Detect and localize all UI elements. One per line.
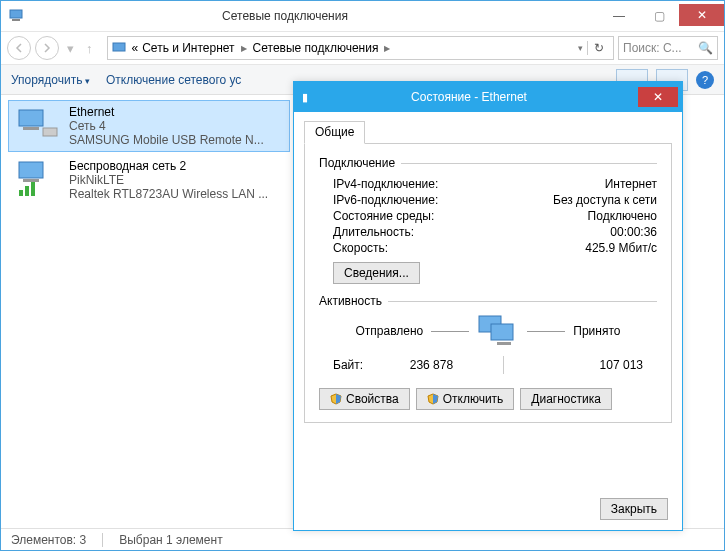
organize-menu[interactable]: Упорядочить	[11, 73, 90, 87]
selection-label: Выбран 1 элемент	[119, 533, 222, 547]
wireless-adapter-icon	[13, 159, 61, 199]
connection-name: Ethernet	[69, 105, 264, 119]
group-activity: Активность Отправлено Принято Байт: 236 …	[319, 294, 657, 376]
media-state-label: Состояние среды:	[333, 209, 434, 223]
status-bar: Элементов: 3 Выбран 1 элемент	[1, 528, 724, 550]
breadcrumb-item[interactable]: Сетевые подключения	[253, 41, 379, 55]
search-input[interactable]: Поиск: С... 🔍	[618, 36, 718, 60]
group-activity-title: Активность	[319, 294, 382, 308]
svg-rect-5	[43, 128, 57, 136]
dropdown-icon[interactable]: ▾	[578, 43, 583, 53]
address-bar[interactable]: « Сеть и Интернет ▶ Сетевые подключения …	[107, 36, 615, 60]
help-button[interactable]: ?	[696, 71, 714, 89]
ipv4-label: IPv4-подключение:	[333, 177, 438, 191]
svg-rect-1	[12, 19, 20, 21]
properties-button[interactable]: Свойства	[319, 388, 410, 410]
breadcrumb-item[interactable]: Сеть и Интернет	[142, 41, 234, 55]
svg-rect-3	[19, 110, 43, 126]
bytes-sent-value: 236 878	[363, 358, 453, 372]
activity-monitor-icon	[477, 314, 519, 348]
media-state-value: Подключено	[588, 209, 657, 223]
svg-rect-2	[113, 43, 125, 51]
shield-icon	[427, 393, 439, 405]
close-button[interactable]: ✕	[679, 4, 724, 26]
details-button[interactable]: Сведения...	[333, 262, 420, 284]
divider	[431, 331, 469, 332]
adapter-icon: ▮	[302, 91, 316, 104]
status-dialog: ▮ Состояние - Ethernet ✕ Общие Подключен…	[293, 81, 683, 531]
chevron-right-icon[interactable]: ▶	[239, 44, 249, 53]
up-button[interactable]: ↑	[82, 41, 97, 56]
breadcrumb-prefix[interactable]: «	[132, 41, 139, 55]
tab-panel: Подключение IPv4-подключение:Интернет IP…	[304, 144, 672, 423]
tab-strip: Общие	[304, 120, 672, 144]
disable-device-button[interactable]: Отключение сетевого ус	[106, 73, 241, 87]
svg-rect-12	[491, 324, 513, 340]
group-connection: Подключение IPv4-подключение:Интернет IP…	[319, 156, 657, 284]
dialog-footer: Закрыть	[294, 488, 682, 530]
svg-rect-8	[19, 190, 23, 196]
titlebar: Сетевые подключения — ▢ ✕	[1, 1, 724, 31]
ipv6-value: Без доступа к сети	[553, 193, 657, 207]
divider	[527, 331, 565, 332]
connection-network: PikNikLTE	[69, 173, 268, 187]
dialog-titlebar[interactable]: ▮ Состояние - Ethernet ✕	[294, 82, 682, 112]
svg-rect-7	[23, 179, 39, 182]
bytes-received-value: 107 013	[553, 358, 643, 372]
ipv4-value: Интернет	[605, 177, 657, 191]
window-controls: — ▢ ✕	[599, 4, 724, 28]
divider	[401, 163, 657, 164]
sent-label: Отправлено	[356, 324, 424, 338]
tab-general[interactable]: Общие	[304, 121, 365, 144]
diagnose-button[interactable]: Диагностика	[520, 388, 612, 410]
svg-rect-6	[19, 162, 43, 178]
svg-rect-9	[25, 186, 29, 196]
disable-button[interactable]: Отключить	[416, 388, 515, 410]
divider	[102, 533, 103, 547]
search-placeholder: Поиск: С...	[623, 41, 682, 55]
shield-icon	[330, 393, 342, 405]
item-count-label: Элементов: 3	[11, 533, 86, 547]
svg-rect-4	[23, 127, 39, 130]
connection-device: SAMSUNG Mobile USB Remote N...	[69, 133, 264, 147]
bytes-label: Байт:	[333, 358, 363, 372]
ipv6-label: IPv6-подключение:	[333, 193, 438, 207]
minimize-button[interactable]: —	[599, 4, 639, 28]
connection-device: Realtek RTL8723AU Wireless LAN ...	[69, 187, 268, 201]
navigation-bar: ▾ ↑ « Сеть и Интернет ▶ Сетевые подключе…	[1, 31, 724, 65]
dialog-body: Общие Подключение IPv4-подключение:Интер…	[294, 112, 682, 488]
recent-locations-icon[interactable]: ▾	[63, 41, 78, 56]
dialog-title: Состояние - Ethernet	[320, 90, 638, 104]
search-icon: 🔍	[698, 41, 713, 55]
connection-text: Беспроводная сеть 2 PikNikLTE Realtek RT…	[69, 159, 268, 201]
received-label: Принято	[573, 324, 620, 338]
connection-text: Ethernet Сеть 4 SAMSUNG Mobile USB Remot…	[69, 105, 264, 147]
dialog-close-button[interactable]: ✕	[638, 87, 678, 107]
folder-icon	[112, 41, 128, 55]
forward-button[interactable]	[35, 36, 59, 60]
connection-name: Беспроводная сеть 2	[69, 159, 268, 173]
dialog-action-row: Свойства Отключить Диагностика	[319, 388, 657, 410]
maximize-button[interactable]: ▢	[639, 4, 679, 28]
chevron-right-icon[interactable]: ▶	[382, 44, 392, 53]
svg-rect-10	[31, 182, 35, 196]
connection-network: Сеть 4	[69, 119, 264, 133]
window-title: Сетевые подключения	[31, 9, 599, 23]
divider	[388, 301, 657, 302]
duration-value: 00:00:36	[610, 225, 657, 239]
speed-value: 425.9 Мбит/с	[585, 241, 657, 255]
divider	[503, 356, 504, 374]
duration-label: Длительность:	[333, 225, 414, 239]
group-connection-title: Подключение	[319, 156, 395, 170]
speed-label: Скорость:	[333, 241, 388, 255]
network-connections-icon	[9, 8, 25, 24]
connection-item-wireless[interactable]: Беспроводная сеть 2 PikNikLTE Realtek RT…	[9, 155, 289, 205]
svg-rect-13	[497, 342, 511, 345]
back-button[interactable]	[7, 36, 31, 60]
close-dialog-button[interactable]: Закрыть	[600, 498, 668, 520]
svg-rect-0	[10, 10, 22, 18]
refresh-button[interactable]: ↻	[587, 41, 609, 55]
connection-item-ethernet[interactable]: Ethernet Сеть 4 SAMSUNG Mobile USB Remot…	[9, 101, 289, 151]
ethernet-adapter-icon	[13, 105, 61, 145]
